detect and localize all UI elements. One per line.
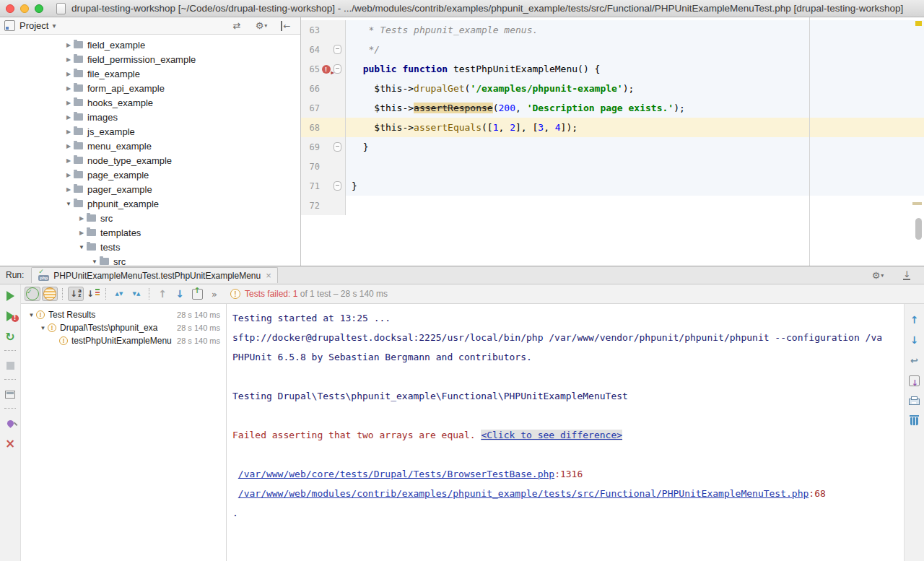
editor-gutter[interactable]: 63 xyxy=(301,20,346,40)
scroll-to-end-button[interactable]: ↓ xyxy=(907,333,923,347)
highlight-stripe-mark[interactable] xyxy=(912,202,922,205)
show-ignored-button[interactable] xyxy=(42,287,58,301)
toggle-auto-test-icon[interactable]: ↻ xyxy=(5,330,14,344)
run-tab[interactable]: PHPUnitExampleMenuTest.testPhpUnitExampl… xyxy=(31,267,277,283)
console-link[interactable]: <Click to see difference> xyxy=(481,430,622,440)
project-header-label[interactable]: Project xyxy=(19,20,48,31)
code-editor[interactable]: 63 * Tests phpunit_example menus.64 */65… xyxy=(301,17,924,266)
test-tree-item[interactable]: ▼!Test Results28 s 140 ms xyxy=(21,308,226,321)
toggle-auto-test-button[interactable]: ↻ xyxy=(2,329,18,344)
code-line[interactable] xyxy=(346,157,924,176)
chevron-down-icon[interactable]: ▾ xyxy=(52,22,56,30)
project-tree-item[interactable]: ▶src xyxy=(0,211,300,225)
chevron-expanded-icon[interactable]: ▼ xyxy=(90,258,100,265)
clear-all-button[interactable] xyxy=(907,414,923,428)
fold-marker-icon[interactable] xyxy=(334,142,341,152)
previous-failed-test-icon[interactable]: ↑ xyxy=(158,288,167,300)
chevron-collapsed-icon[interactable]: ▶ xyxy=(64,114,74,121)
chevron-collapsed-icon[interactable]: ▶ xyxy=(64,71,74,77)
close-window-button[interactable] xyxy=(6,4,14,13)
sort-by-duration-icon[interactable]: ↓ xyxy=(87,289,100,299)
sort-alphabetically-button[interactable]: ↓ xyxy=(68,287,84,301)
import-test-results-icon[interactable] xyxy=(909,375,920,386)
editor-gutter[interactable]: 69 xyxy=(301,137,346,157)
close-tab-icon[interactable]: × xyxy=(266,272,271,279)
pin-tab-icon[interactable] xyxy=(6,419,15,428)
project-tree-item[interactable]: ▼phpunit_example xyxy=(0,196,300,211)
pin-tab-button[interactable] xyxy=(2,416,18,430)
code-line[interactable]: * Tests phpunit_example menus. xyxy=(346,20,924,40)
editor-gutter[interactable]: 66 xyxy=(301,79,346,98)
code-line[interactable]: $this->drupalGet('/examples/phpunit-exam… xyxy=(346,79,924,98)
fold-marker-icon[interactable] xyxy=(334,64,341,74)
rerun-failed-tests-icon[interactable] xyxy=(6,311,14,321)
editor-gutter[interactable]: 64 xyxy=(301,40,346,59)
expand-all-button[interactable] xyxy=(111,287,127,301)
minimize-window-button[interactable] xyxy=(20,4,29,13)
chevron-expanded-icon[interactable]: ▼ xyxy=(64,201,74,207)
editor-gutter[interactable]: 65! xyxy=(301,59,346,79)
project-tree-item[interactable]: ▶js_example xyxy=(0,124,300,139)
close-run-panel-icon[interactable]: × xyxy=(5,438,15,448)
code-line[interactable]: $this->assertResponse(200, 'Description … xyxy=(346,98,924,118)
project-tree-item[interactable]: ▶hooks_example xyxy=(0,95,300,110)
project-tree-item[interactable]: ▶menu_example xyxy=(0,139,300,153)
chevron-collapsed-icon[interactable]: ▶ xyxy=(64,56,74,63)
next-failed-test-button[interactable]: ↓ xyxy=(172,287,188,301)
settings-button[interactable]: ⚙ xyxy=(253,19,269,33)
editor-gutter[interactable]: 71 xyxy=(301,176,346,196)
hide-run-panel-icon[interactable]: ↓ xyxy=(903,271,910,280)
more-options-button[interactable]: » xyxy=(206,287,222,301)
collapse-all-button[interactable] xyxy=(128,287,144,301)
zoom-window-button[interactable] xyxy=(35,4,43,13)
project-tree-item[interactable]: ▶field_example xyxy=(0,38,300,52)
code-line[interactable]: */ xyxy=(346,40,924,59)
fold-marker-icon[interactable] xyxy=(334,45,341,54)
sort-by-duration-button[interactable]: ↓ xyxy=(85,287,101,301)
select-opened-file-icon[interactable]: ⇄ xyxy=(233,20,241,31)
chevron-collapsed-icon[interactable]: ▶ xyxy=(64,157,74,164)
rerun-failed-tests-button[interactable] xyxy=(2,309,18,323)
code-line[interactable]: } xyxy=(346,137,924,157)
chevron-expanded-icon[interactable]: ▼ xyxy=(27,312,36,318)
editor-gutter[interactable]: 72 xyxy=(301,196,346,215)
project-tree-item[interactable]: ▶templates xyxy=(0,225,300,240)
project-tree-item[interactable]: ▶page_example xyxy=(0,168,300,182)
chevron-collapsed-icon[interactable]: ▶ xyxy=(64,42,74,48)
chevron-collapsed-icon[interactable]: ▶ xyxy=(64,143,74,149)
warning-stripe-mark[interactable] xyxy=(915,21,922,26)
chevron-collapsed-icon[interactable]: ▶ xyxy=(77,230,87,236)
fold-marker-icon[interactable] xyxy=(334,181,341,191)
print-console-icon[interactable] xyxy=(909,399,920,405)
editor-scrollbar-thumb[interactable] xyxy=(915,218,922,240)
scroll-to-top-icon[interactable]: ↑ xyxy=(910,314,919,326)
export-test-results-button[interactable] xyxy=(189,287,205,301)
test-failed-icon[interactable]: ! xyxy=(322,65,331,74)
code-line[interactable]: } xyxy=(346,176,924,196)
chevron-collapsed-icon[interactable]: ▶ xyxy=(77,215,87,222)
chevron-collapsed-icon[interactable]: ▶ xyxy=(64,172,74,178)
settings-icon[interactable]: ⚙ xyxy=(256,20,268,31)
project-tree-item[interactable]: ▼src xyxy=(0,254,300,266)
project-tree-item[interactable]: ▶node_type_example xyxy=(0,153,300,168)
previous-failed-test-button[interactable]: ↑ xyxy=(154,287,170,301)
show-passed-icon[interactable]: ✓ xyxy=(26,287,39,300)
stop-button[interactable] xyxy=(2,358,18,373)
collapse-all-icon[interactable] xyxy=(133,292,141,296)
import-test-results-button[interactable] xyxy=(907,373,923,388)
run-settings-icon[interactable]: ⚙ xyxy=(872,270,884,281)
close-run-panel-button[interactable]: × xyxy=(2,436,18,451)
scroll-to-top-button[interactable]: ↑ xyxy=(907,313,923,327)
code-line[interactable] xyxy=(346,196,924,215)
chevron-collapsed-icon[interactable]: ▶ xyxy=(64,129,74,135)
run-settings-button[interactable]: ⚙ xyxy=(870,268,886,282)
rerun-tests-button[interactable] xyxy=(2,289,18,303)
soft-wrap-icon[interactable]: ↩ xyxy=(910,355,918,366)
hide-project-panel-icon[interactable]: ← xyxy=(281,21,290,31)
next-failed-test-icon[interactable]: ↓ xyxy=(175,288,184,300)
show-passed-button[interactable]: ✓ xyxy=(25,287,40,301)
editor-gutter[interactable]: 68 xyxy=(301,118,346,137)
editor-gutter[interactable]: 67 xyxy=(301,98,346,118)
hide-run-panel-button[interactable]: ↓ xyxy=(899,268,915,282)
print-console-button[interactable] xyxy=(907,393,923,408)
